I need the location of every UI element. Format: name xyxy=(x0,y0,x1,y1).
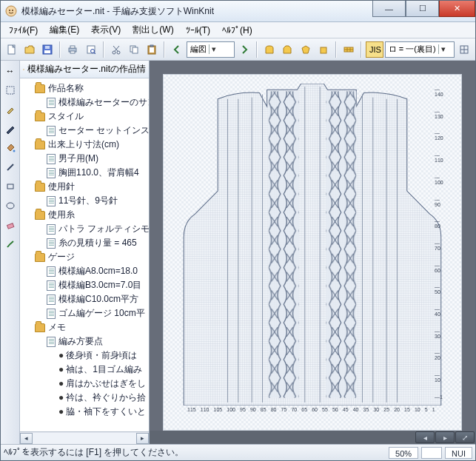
tree-item[interactable]: ●肩はかぶせはぎをし xyxy=(24,377,149,391)
tree-item[interactable]: ●袖は、1目ゴム編み xyxy=(24,363,149,377)
document-icon xyxy=(47,126,56,136)
line-tool[interactable] xyxy=(3,160,18,175)
cut-button[interactable] xyxy=(108,41,124,58)
next-button[interactable] xyxy=(236,41,252,58)
tree-folder[interactable]: メモ xyxy=(24,320,149,334)
tree-item[interactable]: 男子用(M) xyxy=(24,152,149,166)
status-message: ﾍﾙﾌﾟを表示するには [F1] を押してください。 xyxy=(4,446,386,459)
erase-tool[interactable] xyxy=(3,218,18,232)
menubar: ﾌｧｲﾙ(F) 編集(E) 表示(V) 割出し(W) ﾂｰﾙ(T) ﾍﾙﾌﾟ(H… xyxy=(1,22,475,38)
document-icon xyxy=(47,196,56,206)
menu-tool[interactable]: ﾂｰﾙ(T) xyxy=(181,24,215,37)
status-zoom[interactable]: 50% xyxy=(389,447,418,459)
piece-d-button[interactable] xyxy=(315,41,332,58)
document-icon xyxy=(47,238,56,249)
tree-item[interactable]: 模様編みセーターのサン xyxy=(24,95,149,110)
scroll-left-icon[interactable]: ◂ xyxy=(20,433,33,444)
maximize-button[interactable]: ☐ xyxy=(406,1,439,17)
window-buttons: — ☐ ✕ xyxy=(372,1,475,21)
mode-value: 編図 xyxy=(190,44,207,55)
nav-left-button[interactable]: ◂ xyxy=(415,431,435,443)
print-button[interactable] xyxy=(64,41,81,58)
save-button[interactable] xyxy=(39,41,56,58)
svg-rect-8 xyxy=(70,46,75,48)
piece-c-button[interactable] xyxy=(297,41,313,58)
tree-item[interactable]: 胸囲110.0、背肩幅4 xyxy=(24,166,149,180)
piece-b-button[interactable] xyxy=(279,41,295,58)
jis-label: JIS xyxy=(369,45,381,54)
nav-right-button[interactable]: ▸ xyxy=(435,431,455,443)
tree-folder[interactable]: 使用糸 xyxy=(24,208,149,222)
stitch-value: ロ = 一(裏目) xyxy=(389,44,436,55)
brush-tool[interactable] xyxy=(3,237,18,252)
ellipse-tool[interactable] xyxy=(3,198,18,213)
palette-button[interactable] xyxy=(341,41,357,58)
status-blank xyxy=(421,447,442,459)
tree-item[interactable]: ●脇・袖下をすくいと xyxy=(24,405,149,419)
new-button[interactable] xyxy=(4,41,20,58)
document-icon xyxy=(47,295,56,305)
status-mode: NUI xyxy=(445,447,472,459)
fill-tool[interactable] xyxy=(3,141,18,155)
menu-edit[interactable]: 編集(E) xyxy=(44,22,84,38)
scroll-track[interactable] xyxy=(33,433,136,444)
toolbar: 編図▾ JIS ロ = 一(裏目)▾ xyxy=(1,38,475,61)
jis-combo[interactable]: JIS xyxy=(366,41,383,58)
pen-tool[interactable] xyxy=(3,121,18,136)
menu-help[interactable]: ﾍﾙﾌﾟ(H) xyxy=(217,24,258,37)
canvas-nav: ◂ ▸ ⤢ xyxy=(150,431,475,444)
stitch-combo[interactable]: ロ = 一(裏目)▾ xyxy=(385,41,455,58)
svg-point-0 xyxy=(6,6,16,16)
tree-item[interactable]: 11号針、9号針 xyxy=(24,194,149,208)
prev-button[interactable] xyxy=(169,41,185,58)
tree-folder[interactable]: 出来上り寸法(cm) xyxy=(24,138,149,152)
tree-folder[interactable]: スタイル xyxy=(24,110,149,124)
close-button[interactable]: ✕ xyxy=(439,1,475,17)
document-icon xyxy=(47,337,56,347)
tree-item[interactable]: 糸の見積り量 = 465 xyxy=(24,236,149,250)
tree-item[interactable]: パトラ フォルティシモ太( xyxy=(24,222,149,236)
svg-line-30 xyxy=(7,164,13,170)
tree-item[interactable]: 模様編C10.0cm平方 xyxy=(24,292,149,306)
menu-split[interactable]: 割出し(W) xyxy=(127,22,178,38)
tree-item[interactable]: 模様編A8.0cm=18.0 xyxy=(24,264,149,278)
tree-folder[interactable]: 使用針 xyxy=(24,180,149,194)
select-tool[interactable] xyxy=(3,83,18,98)
knitting-canvas[interactable]: 1151101051009590858075706560555045403530… xyxy=(163,74,462,431)
mode-combo[interactable]: 編図▾ xyxy=(187,41,235,58)
svg-point-2 xyxy=(12,10,13,11)
folder-icon xyxy=(35,323,45,332)
paste-button[interactable] xyxy=(144,41,160,58)
menu-view[interactable]: 表示(V) xyxy=(86,22,126,38)
nav-expand-button[interactable]: ⤢ xyxy=(455,431,475,443)
svg-point-34 xyxy=(23,69,24,70)
tree-item[interactable]: ●後身頃・前身頃は xyxy=(24,349,149,363)
tree-folder[interactable]: ゲージ xyxy=(24,250,149,264)
tree-item[interactable]: ●衿は、衿ぐりから拾 xyxy=(24,391,149,405)
scroll-right-icon[interactable]: ▸ xyxy=(136,433,149,444)
panel-hscroll[interactable]: ◂ ▸ xyxy=(20,431,149,444)
tree-folder[interactable]: 作品名称 xyxy=(24,81,149,95)
menu-file[interactable]: ﾌｧｲﾙ(F) xyxy=(4,24,43,37)
eyedrop-tool[interactable] xyxy=(3,102,18,117)
tree-item[interactable]: 模様編B3.0cm=7.0目 xyxy=(24,278,149,292)
ruler-right: —140—130—120—110—100—90—80—70—60—50—40—3… xyxy=(435,87,445,400)
chevron-down-icon: ▾ xyxy=(209,44,218,54)
tree-item[interactable]: 編み方要点 xyxy=(24,334,149,349)
minimize-button[interactable]: — xyxy=(372,1,406,17)
panel-header: 模様編みセーター.nitの作品情 xyxy=(20,61,149,78)
preview-button[interactable] xyxy=(83,41,99,58)
workspace: ↔ 模様編みセーター.nitの作品情 作品名称模様編みセーターのサンスタイルセー… xyxy=(1,61,475,444)
tree-item[interactable]: ゴム編ゲージ 10cm平 xyxy=(24,306,149,320)
info-tree[interactable]: 作品名称模様編みセーターのサンスタイルセーター セットインスリーブ出来上り寸法(… xyxy=(20,78,149,431)
ruler-bottom: 1151101051009590858075706560555045403530… xyxy=(187,407,435,414)
move-tool[interactable]: ↔ xyxy=(3,64,18,78)
copy-button[interactable] xyxy=(126,41,142,58)
svg-rect-28 xyxy=(7,87,14,94)
piece-a-button[interactable] xyxy=(261,41,278,58)
tree-item[interactable]: セーター セットインスリーブ xyxy=(24,124,149,138)
svg-point-13 xyxy=(113,51,115,54)
open-button[interactable] xyxy=(21,41,38,58)
rect-tool[interactable] xyxy=(3,179,18,194)
grid-button[interactable] xyxy=(456,41,472,58)
